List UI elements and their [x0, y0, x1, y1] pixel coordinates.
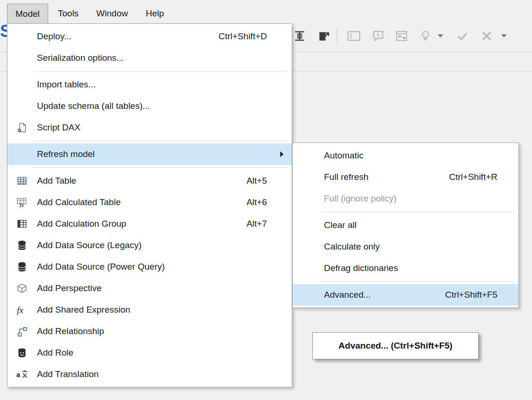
menu-separator — [321, 212, 514, 212]
menubar-item-window[interactable]: Window — [88, 4, 136, 23]
menu-item-label: Deploy... — [37, 31, 72, 42]
cancel-x-icon[interactable] — [479, 28, 495, 44]
menu-separator — [33, 141, 287, 141]
fx-icon: fx — [14, 303, 30, 317]
menu-item-add-shared-expression[interactable]: fxAdd Shared Expression — [7, 299, 292, 321]
menu-item-add-data-source-power-query[interactable]: Add Data Source (Power Query) — [7, 256, 292, 278]
check-icon[interactable] — [454, 28, 470, 44]
calculated-table-icon: fx — [14, 195, 30, 209]
textbox-icon[interactable] — [346, 28, 362, 44]
menu-item-add-role[interactable]: Add Role — [7, 342, 292, 364]
menubar: Model Tools Window Help — [0, 0, 532, 23]
menu-item-label: Import tables... — [37, 79, 96, 90]
lightbulb-icon[interactable] — [417, 28, 433, 44]
svg-text:fx: fx — [20, 201, 24, 207]
menubar-item-help[interactable]: Help — [138, 4, 172, 23]
menu-item-label: Add Table — [37, 176, 76, 186]
menu-item-label: Defrag dictionaries — [324, 263, 398, 273]
menu-item-shortcut: Ctrl+Shift+D — [219, 31, 267, 42]
menu-item-label: Serialization options... — [37, 53, 124, 63]
tooltip: Advanced... (Ctrl+Shift+F5) — [312, 332, 479, 359]
export-script-icon[interactable] — [316, 28, 332, 44]
menu-item-label: Add Translation — [37, 369, 99, 379]
menubar-item-tools-label: Tools — [58, 8, 79, 19]
menu-item-deploy[interactable]: Deploy...Ctrl+Shift+D — [7, 26, 292, 47]
menu-item-label: Full refresh — [324, 172, 368, 182]
menubar-item-help-label: Help — [146, 8, 164, 19]
menu-item-label: Add Data Source (Legacy) — [37, 240, 142, 250]
menubar-item-tools[interactable]: Tools — [50, 4, 86, 23]
menu-item-label: Update schema (all tables)... — [37, 101, 150, 111]
translation-icon: a — [14, 367, 30, 381]
menu-item-calculate-only[interactable]: Calculate only — [293, 236, 518, 257]
perspective-cube-icon — [14, 281, 30, 295]
menu-separator — [33, 71, 287, 71]
menu-item-refresh-model[interactable]: Refresh model — [7, 143, 292, 165]
menu-item-add-perspective[interactable]: Add Perspective — [7, 278, 292, 299]
menu-item-add-calculation-group[interactable]: Add Calculation GroupAlt+7 — [7, 213, 292, 235]
menu-item-import-tables[interactable]: Import tables... — [7, 74, 292, 95]
menu-item-add-translation[interactable]: aAdd Translation — [7, 364, 292, 385]
menu-item-add-relationship[interactable]: Add Relationship — [7, 321, 292, 342]
diagram-icon[interactable] — [394, 28, 410, 44]
menu-item-shortcut: Ctrl+Shift+F5 — [445, 290, 497, 300]
menu-item-advanced[interactable]: Advanced...Ctrl+Shift+F5 — [293, 284, 518, 306]
menu-item-automatic[interactable]: Automatic — [293, 145, 518, 166]
menu-item-script-dax[interactable]: Script DAX — [7, 117, 292, 138]
model-menu: Deploy...Ctrl+Shift+DSerialization optio… — [7, 23, 292, 387]
menu-item-label: Add Data Source (Power Query) — [37, 262, 165, 272]
menu-item-shortcut: Alt+7 — [246, 219, 267, 229]
menu-separator — [321, 281, 514, 282]
database-legacy-icon — [14, 238, 30, 252]
menu-item-label: Refresh model — [37, 149, 95, 159]
partial-toolbar-icon: S — [0, 24, 7, 42]
menu-separator — [33, 167, 287, 168]
menu-item-shortcut: Alt+6 — [246, 197, 267, 207]
calculation-group-icon — [14, 217, 30, 231]
menu-item-defrag-dictionaries[interactable]: Defrag dictionaries — [293, 257, 518, 279]
menu-item-label: Add Calculated Table — [37, 197, 121, 207]
menu-item-label: Add Shared Expression — [37, 305, 130, 315]
app-window: S Model Tools Window Help Deploy...Ctrl+… — [0, 0, 532, 400]
menu-item-shortcut: Ctrl+Shift+R — [449, 172, 497, 182]
menu-item-clear-all[interactable]: Clear all — [293, 214, 518, 236]
comment-warning-icon[interactable] — [370, 28, 386, 44]
menubar-item-model[interactable]: Model — [7, 4, 48, 23]
menubar-item-window-label: Window — [96, 8, 128, 19]
menu-item-update-schema-all-tables[interactable]: Update schema (all tables)... — [7, 95, 292, 117]
menu-item-add-calculated-table[interactable]: fxAdd Calculated TableAlt+6 — [7, 192, 292, 213]
menu-item-add-data-source-legacy[interactable]: Add Data Source (Legacy) — [7, 235, 292, 256]
menu-item-full-refresh[interactable]: Full refreshCtrl+Shift+R — [293, 166, 518, 188]
menu-item-label: Add Perspective — [37, 283, 101, 293]
menu-item-label: Add Role — [37, 348, 73, 358]
menu-item-label: Calculate only — [324, 242, 380, 252]
menu-item-label: Automatic — [324, 150, 363, 161]
menu-item-label: Add Relationship — [37, 326, 104, 336]
menu-item-serialization-options[interactable]: Serialization options... — [7, 47, 292, 69]
submenu-arrow-icon — [280, 151, 284, 157]
menu-item-add-table[interactable]: Add TableAlt+5 — [7, 170, 292, 192]
format-bars-icon[interactable] — [292, 28, 308, 44]
database-pq-icon — [14, 260, 30, 274]
menubar-item-model-label: Model — [15, 9, 40, 19]
script-dax-icon — [14, 121, 30, 135]
tooltip-text: Advanced... (Ctrl+Shift+F5) — [338, 341, 453, 351]
toolbar-separator — [337, 29, 337, 42]
menu-item-shortcut: Alt+5 — [246, 176, 267, 186]
relationship-icon — [14, 324, 30, 338]
menu-item-label: Add Calculation Group — [37, 219, 126, 229]
svg-text:fx: fx — [17, 305, 23, 315]
menu-item-label: Advanced... — [324, 290, 371, 300]
chevron-down-icon[interactable] — [437, 28, 444, 44]
svg-text:a: a — [16, 371, 21, 379]
refresh-model-submenu: AutomaticFull refreshCtrl+Shift+RFull (i… — [292, 143, 519, 308]
menu-item-full-ignore-policy: Full (ignore policy) — [293, 188, 518, 209]
add-table-icon — [14, 174, 30, 188]
role-icon — [14, 346, 30, 360]
chevron-down-icon[interactable] — [500, 28, 508, 44]
menu-item-label: Script DAX — [37, 122, 80, 133]
menu-item-label: Clear all — [324, 220, 357, 230]
menu-item-label: Full (ignore policy) — [324, 193, 396, 204]
